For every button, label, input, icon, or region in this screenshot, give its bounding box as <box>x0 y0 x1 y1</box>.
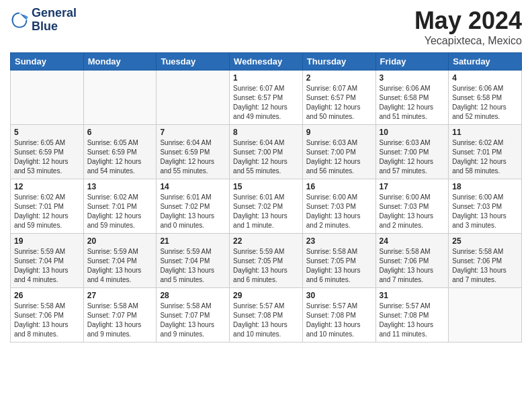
day-info: Sunrise: 5:58 AM Sunset: 7:06 PM Dayligh… <box>14 302 80 339</box>
day-number: 23 <box>306 236 372 246</box>
day-number: 24 <box>380 236 445 246</box>
day-info: Sunrise: 6:02 AM Sunset: 7:01 PM Dayligh… <box>14 193 80 230</box>
calendar-day-cell <box>449 288 522 342</box>
day-number: 13 <box>87 182 153 191</box>
day-number: 30 <box>306 291 372 300</box>
day-number: 28 <box>160 291 226 300</box>
calendar-day-cell <box>157 71 230 125</box>
header-friday: Friday <box>375 53 449 71</box>
day-info: Sunrise: 6:00 AM Sunset: 7:03 PM Dayligh… <box>452 193 518 230</box>
day-info: Sunrise: 5:58 AM Sunset: 7:06 PM Dayligh… <box>452 247 518 285</box>
calendar-header: SundayMondayTuesdayWednesdayThursdayFrid… <box>11 53 522 71</box>
day-info: Sunrise: 6:04 AM Sunset: 7:00 PM Dayligh… <box>233 138 299 176</box>
day-number: 29 <box>233 291 299 300</box>
header-tuesday: Tuesday <box>157 53 230 71</box>
calendar-day-cell: 8Sunrise: 6:04 AM Sunset: 7:00 PM Daylig… <box>230 125 303 179</box>
calendar-day-cell: 17Sunrise: 6:00 AM Sunset: 7:03 PM Dayli… <box>375 179 449 234</box>
day-number: 11 <box>452 128 518 137</box>
header-monday: Monday <box>83 53 157 71</box>
day-number: 27 <box>87 291 153 300</box>
day-info: Sunrise: 6:04 AM Sunset: 6:59 PM Dayligh… <box>160 138 226 176</box>
calendar-day-cell: 30Sunrise: 5:57 AM Sunset: 7:08 PM Dayli… <box>302 288 375 342</box>
day-number: 4 <box>452 73 518 83</box>
calendar-body: 1Sunrise: 6:07 AM Sunset: 6:57 PM Daylig… <box>11 71 522 342</box>
calendar-day-cell: 29Sunrise: 5:57 AM Sunset: 7:08 PM Dayli… <box>230 288 303 342</box>
day-number: 26 <box>14 291 80 300</box>
calendar-day-cell: 5Sunrise: 6:05 AM Sunset: 6:59 PM Daylig… <box>11 125 84 179</box>
logo-line1: General <box>32 6 77 19</box>
day-info: Sunrise: 6:05 AM Sunset: 6:59 PM Dayligh… <box>87 138 153 176</box>
calendar-day-cell: 19Sunrise: 5:59 AM Sunset: 7:04 PM Dayli… <box>11 234 84 288</box>
calendar-day-cell: 18Sunrise: 6:00 AM Sunset: 7:03 PM Dayli… <box>449 179 522 234</box>
header-saturday: Saturday <box>449 53 522 71</box>
day-info: Sunrise: 6:07 AM Sunset: 6:57 PM Dayligh… <box>233 84 299 122</box>
calendar-day-cell: 6Sunrise: 6:05 AM Sunset: 6:59 PM Daylig… <box>83 125 157 179</box>
weekday-row: SundayMondayTuesdayWednesdayThursdayFrid… <box>11 53 522 71</box>
day-info: Sunrise: 5:57 AM Sunset: 7:08 PM Dayligh… <box>306 302 372 339</box>
day-info: Sunrise: 6:00 AM Sunset: 7:03 PM Dayligh… <box>380 193 445 230</box>
calendar-day-cell <box>83 71 157 125</box>
calendar-day-cell: 31Sunrise: 5:57 AM Sunset: 7:08 PM Dayli… <box>375 288 449 342</box>
calendar-day-cell: 1Sunrise: 6:07 AM Sunset: 6:57 PM Daylig… <box>230 71 303 125</box>
calendar-day-cell: 13Sunrise: 6:02 AM Sunset: 7:01 PM Dayli… <box>83 179 157 234</box>
header-thursday: Thursday <box>302 53 375 71</box>
logo-icon <box>10 11 29 30</box>
day-number: 18 <box>452 182 518 191</box>
day-number: 20 <box>87 236 153 246</box>
day-info: Sunrise: 6:07 AM Sunset: 6:57 PM Dayligh… <box>306 84 372 122</box>
calendar-day-cell: 26Sunrise: 5:58 AM Sunset: 7:06 PM Dayli… <box>11 288 84 342</box>
calendar-day-cell: 15Sunrise: 6:01 AM Sunset: 7:02 PM Dayli… <box>230 179 303 234</box>
day-number: 12 <box>14 182 80 191</box>
calendar-day-cell: 24Sunrise: 5:58 AM Sunset: 7:06 PM Dayli… <box>375 234 449 288</box>
calendar-day-cell: 25Sunrise: 5:58 AM Sunset: 7:06 PM Dayli… <box>449 234 522 288</box>
day-info: Sunrise: 5:59 AM Sunset: 7:04 PM Dayligh… <box>14 247 80 285</box>
calendar-day-cell: 9Sunrise: 6:03 AM Sunset: 7:00 PM Daylig… <box>302 125 375 179</box>
day-info: Sunrise: 5:57 AM Sunset: 7:08 PM Dayligh… <box>380 302 445 339</box>
calendar-week-row: 1Sunrise: 6:07 AM Sunset: 6:57 PM Daylig… <box>11 71 522 125</box>
calendar-day-cell: 20Sunrise: 5:59 AM Sunset: 7:04 PM Dayli… <box>83 234 157 288</box>
day-number: 25 <box>452 236 518 246</box>
calendar-day-cell: 4Sunrise: 6:06 AM Sunset: 6:58 PM Daylig… <box>449 71 522 125</box>
day-number: 2 <box>306 73 372 83</box>
calendar-day-cell: 21Sunrise: 5:59 AM Sunset: 7:04 PM Dayli… <box>157 234 230 288</box>
calendar-day-cell: 3Sunrise: 6:06 AM Sunset: 6:58 PM Daylig… <box>375 71 449 125</box>
calendar-day-cell: 22Sunrise: 5:59 AM Sunset: 7:05 PM Dayli… <box>230 234 303 288</box>
title-block: May 2024 Yecapixteca, Mexico <box>414 7 522 47</box>
header-sunday: Sunday <box>11 53 84 71</box>
calendar-day-cell: 14Sunrise: 6:01 AM Sunset: 7:02 PM Dayli… <box>157 179 230 234</box>
day-number: 5 <box>14 128 80 137</box>
logo-text: General Blue <box>32 7 77 34</box>
day-number: 17 <box>380 182 445 191</box>
day-info: Sunrise: 5:58 AM Sunset: 7:07 PM Dayligh… <box>87 302 153 339</box>
day-number: 15 <box>233 182 299 191</box>
day-info: Sunrise: 5:57 AM Sunset: 7:08 PM Dayligh… <box>233 302 299 339</box>
day-info: Sunrise: 6:00 AM Sunset: 7:03 PM Dayligh… <box>306 193 372 230</box>
calendar-week-row: 5Sunrise: 6:05 AM Sunset: 6:59 PM Daylig… <box>11 125 522 179</box>
day-info: Sunrise: 6:01 AM Sunset: 7:02 PM Dayligh… <box>233 193 299 230</box>
day-number: 22 <box>233 236 299 246</box>
day-number: 10 <box>380 128 445 137</box>
day-number: 6 <box>87 128 153 137</box>
calendar-table: SundayMondayTuesdayWednesdayThursdayFrid… <box>10 52 522 342</box>
calendar-day-cell: 10Sunrise: 6:03 AM Sunset: 7:00 PM Dayli… <box>375 125 449 179</box>
day-number: 8 <box>233 128 299 137</box>
day-number: 16 <box>306 182 372 191</box>
calendar-day-cell: 27Sunrise: 5:58 AM Sunset: 7:07 PM Dayli… <box>83 288 157 342</box>
day-info: Sunrise: 6:02 AM Sunset: 7:01 PM Dayligh… <box>452 138 518 176</box>
calendar-day-cell: 11Sunrise: 6:02 AM Sunset: 7:01 PM Dayli… <box>449 125 522 179</box>
day-number: 31 <box>380 291 445 300</box>
day-info: Sunrise: 6:06 AM Sunset: 6:58 PM Dayligh… <box>380 84 445 122</box>
calendar-week-row: 26Sunrise: 5:58 AM Sunset: 7:06 PM Dayli… <box>11 288 522 342</box>
calendar-day-cell: 2Sunrise: 6:07 AM Sunset: 6:57 PM Daylig… <box>302 71 375 125</box>
day-info: Sunrise: 6:05 AM Sunset: 6:59 PM Dayligh… <box>14 138 80 176</box>
calendar-day-cell: 16Sunrise: 6:00 AM Sunset: 7:03 PM Dayli… <box>302 179 375 234</box>
day-info: Sunrise: 5:59 AM Sunset: 7:04 PM Dayligh… <box>160 247 226 285</box>
logo: General Blue <box>10 7 77 34</box>
day-info: Sunrise: 5:58 AM Sunset: 7:07 PM Dayligh… <box>160 302 226 339</box>
page-header: General Blue May 2024 Yecapixteca, Mexic… <box>10 7 522 47</box>
day-number: 1 <box>233 73 299 83</box>
day-info: Sunrise: 5:58 AM Sunset: 7:06 PM Dayligh… <box>380 247 445 285</box>
day-number: 7 <box>160 128 226 137</box>
calendar-day-cell: 7Sunrise: 6:04 AM Sunset: 6:59 PM Daylig… <box>157 125 230 179</box>
calendar-day-cell: 12Sunrise: 6:02 AM Sunset: 7:01 PM Dayli… <box>11 179 84 234</box>
